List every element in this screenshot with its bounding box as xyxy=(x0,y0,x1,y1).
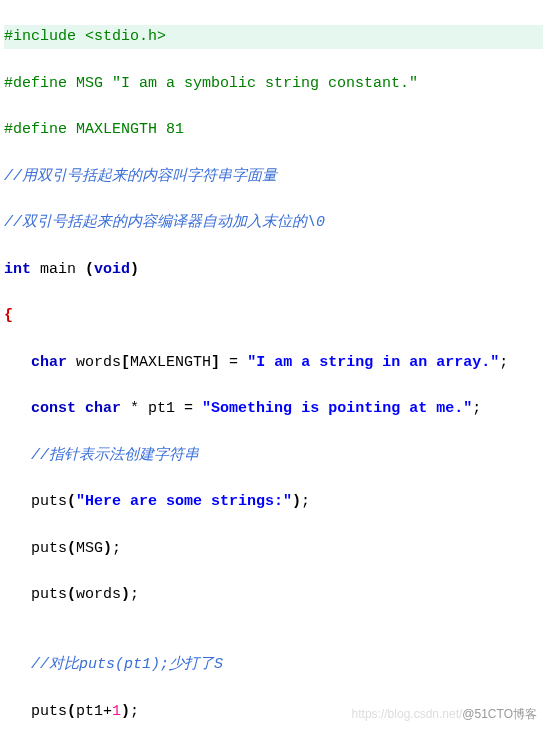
code-line: puts("Here are some strings:"); xyxy=(4,490,543,513)
code-line: //指针表示法创建字符串 xyxy=(4,444,543,467)
function-call: puts xyxy=(31,703,67,720)
identifier: pt1 xyxy=(148,400,175,417)
code-line: //双引号括起来的内容编译器自动加入末位的\0 xyxy=(4,211,543,234)
keyword-int: int xyxy=(4,261,31,278)
watermark: https://blog.csdn.net/@51CTO博客 xyxy=(352,705,537,724)
macro-ref: MAXLENGTH xyxy=(130,354,211,371)
function-call: puts xyxy=(31,586,67,603)
argument: MSG xyxy=(76,540,103,557)
define-directive: #define MSG xyxy=(4,75,112,92)
code-line: #include <stdio.h> xyxy=(4,25,543,48)
watermark-url: https://blog.csdn.net/ xyxy=(352,707,463,721)
code-line: //对比puts(pt1);少打了S xyxy=(4,653,543,676)
code-line: const char * pt1 = "Something is pointin… xyxy=(4,397,543,420)
comment: //对比puts(pt1);少打了S xyxy=(31,656,223,673)
function-name: main xyxy=(31,261,85,278)
preproc-include: #include xyxy=(4,28,85,45)
comment: //双引号括起来的内容编译器自动加入末位的\0 xyxy=(4,214,325,231)
function-call: puts xyxy=(31,540,67,557)
code-line: puts(words); xyxy=(4,583,543,606)
define-directive: #define MAXLENGTH xyxy=(4,121,166,138)
code-line: #define MSG "I am a symbolic string cons… xyxy=(4,72,543,95)
code-line: int main (void) xyxy=(4,258,543,281)
code-line: puts(MSG); xyxy=(4,537,543,560)
keyword-char: char xyxy=(31,354,67,371)
keyword-char: char xyxy=(85,400,121,417)
keyword-const: const xyxy=(31,400,76,417)
code-line: { xyxy=(4,304,543,327)
keyword-void: void xyxy=(94,261,130,278)
define-value: 81 xyxy=(166,121,184,138)
number: 1 xyxy=(112,703,121,720)
code-editor: #include <stdio.h> #define MSG "I am a s… xyxy=(0,0,547,733)
include-header: <stdio.h> xyxy=(85,28,166,45)
code-line: //用双引号括起来的内容叫字符串字面量 xyxy=(4,165,543,188)
brace-open: { xyxy=(4,307,13,324)
string-literal: "Something is pointing at me." xyxy=(202,400,472,417)
comment: //指针表示法创建字符串 xyxy=(31,447,199,464)
identifier: words xyxy=(76,354,121,371)
code-line: #define MAXLENGTH 81 xyxy=(4,118,543,141)
string-literal: "Here are some strings:" xyxy=(76,493,292,510)
define-value: "I am a symbolic string constant." xyxy=(112,75,418,92)
function-call: puts xyxy=(31,493,67,510)
paren-close: ) xyxy=(130,261,139,278)
comment: //用双引号括起来的内容叫字符串字面量 xyxy=(4,168,277,185)
watermark-blog: @51CTO博客 xyxy=(462,707,537,721)
paren-open: ( xyxy=(85,261,94,278)
code-line: char words[MAXLENGTH] = "I am a string i… xyxy=(4,351,543,374)
string-literal: "I am a string in an array." xyxy=(247,354,499,371)
argument: words xyxy=(76,586,121,603)
